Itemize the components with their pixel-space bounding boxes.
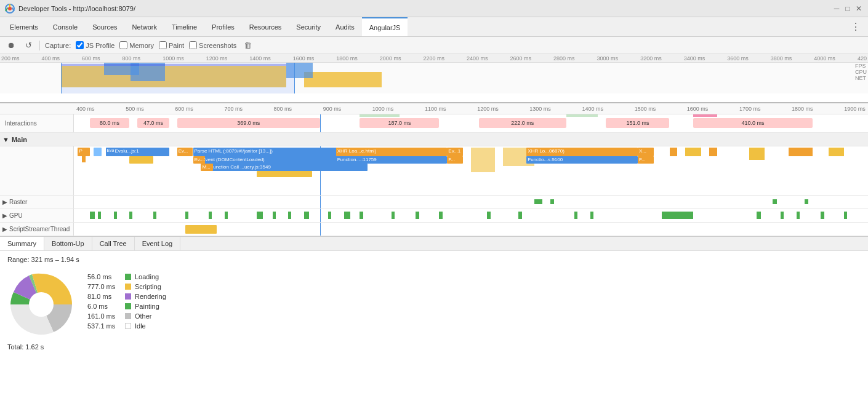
script-lane: ▶ ScriptStreamerThread	[0, 223, 868, 236]
gpu-b26	[821, 212, 824, 219]
tab-call-tree[interactable]: Call Tree	[92, 237, 135, 250]
raster-block-4	[805, 199, 808, 204]
interaction-bar-6: 151.0 ms	[606, 118, 669, 128]
ov-scripting-2	[304, 72, 382, 87]
chrome-icon	[5, 4, 15, 14]
window-controls: ─ □ ✕	[832, 4, 863, 13]
maximize-button[interactable]: □	[843, 4, 852, 13]
main-block-func: Function Call ...uery.js:3549	[209, 164, 368, 171]
minimize-button[interactable]: ─	[832, 4, 841, 13]
legend-loading: 56.0 ms Loading	[87, 273, 166, 280]
interaction-bar-4: 187.0 ms	[360, 118, 439, 128]
tab-elements[interactable]: Elements	[2, 17, 46, 36]
main-dec-3	[709, 148, 717, 156]
main-section-header: ▼ Main	[0, 133, 868, 146]
raster-marker	[320, 196, 321, 208]
interaction-overlay-1	[360, 114, 400, 117]
gpu-content	[74, 209, 868, 222]
main-block-2	[94, 148, 102, 156]
gpu-b25	[797, 212, 800, 219]
main-block-xhr2: XHR Lo...06870)	[526, 148, 638, 156]
main-dec-1	[670, 148, 678, 156]
main-block-ev2: Ev...1	[193, 156, 205, 164]
tab-resources[interactable]: Resources	[242, 17, 289, 36]
time-marker-line	[320, 114, 321, 132]
interaction-bar-3: 369.0 ms	[177, 118, 320, 128]
raster-text: Raster	[9, 199, 27, 205]
more-menu-button[interactable]: ⋮	[846, 21, 866, 33]
main-dec-2	[685, 148, 701, 156]
memory-checkbox[interactable]	[119, 41, 127, 49]
devtools-window: Developer Tools - http://localhost:8079/…	[0, 0, 868, 409]
gpu-b10	[273, 212, 276, 219]
main-block-dec-1	[82, 156, 86, 162]
other-label: Other	[135, 312, 152, 320]
total-text: Total: 1.62 s	[7, 343, 861, 351]
tab-angularjs[interactable]: AngularJS	[362, 17, 408, 36]
gpu-b14	[344, 212, 350, 219]
painting-value: 6.0 ms	[87, 303, 121, 310]
main-block-f1: F...	[447, 156, 463, 164]
tab-summary[interactable]: Summary	[0, 237, 44, 250]
clear-button[interactable]: 🗑	[241, 39, 254, 51]
tab-sources[interactable]: Sources	[85, 17, 124, 36]
tab-security[interactable]: Security	[289, 17, 328, 36]
gpu-b5	[153, 212, 156, 219]
loading-color	[125, 274, 131, 280]
screenshots-checkbox-label[interactable]: Screenshots	[189, 41, 236, 49]
raster-arrow: ▶	[2, 199, 7, 205]
tab-network[interactable]: Network	[125, 17, 164, 36]
tab-timeline[interactable]: Timeline	[164, 17, 204, 36]
main-block-xhr1: XHR Loa...e.html)	[336, 148, 448, 156]
paint-checkbox[interactable]	[159, 41, 167, 49]
close-button[interactable]: ✕	[854, 4, 863, 13]
raster-block-1	[534, 199, 542, 204]
memory-checkbox-label[interactable]: Memory	[119, 41, 154, 49]
raster-lane: ▶ Raster	[0, 196, 868, 209]
tab-bottom-up[interactable]: Bottom-Up	[44, 237, 92, 250]
overview-ruler: 200 ms 400 ms 600 ms 800 ms 1000 ms 1200…	[0, 54, 868, 63]
gpu-b7	[209, 212, 212, 219]
idle-label: Idle	[135, 322, 146, 330]
script-label: ▶ ScriptStreamerThread	[0, 223, 74, 236]
net-label: NET	[855, 75, 867, 81]
tab-event-log[interactable]: Event Log	[135, 237, 181, 250]
summary-panel: Range: 321 ms – 1.94 s	[0, 251, 868, 409]
script-block-1	[185, 225, 217, 234]
rendering-label: Rendering	[135, 293, 166, 300]
main-section-label: Main	[12, 136, 27, 143]
gpu-lane: ▶ GPU	[0, 209, 868, 223]
refresh-button[interactable]: ↺	[23, 39, 34, 51]
gpu-b24	[781, 212, 784, 219]
fps-label: FPS	[855, 63, 867, 69]
gpu-b15	[360, 212, 363, 219]
legend-rendering: 81.0 ms Rendering	[87, 293, 166, 300]
raster-block-3	[773, 199, 776, 204]
screenshots-checkbox[interactable]	[189, 41, 197, 49]
tab-audits[interactable]: Audits	[328, 17, 362, 36]
gpu-b17	[416, 212, 419, 219]
main-lane-content: P Evalu Evalu...js:1 Ev... Parse HTML (:…	[74, 146, 868, 195]
paint-checkbox-label[interactable]: Paint	[159, 41, 184, 49]
js-profile-checkbox-label[interactable]: JS Profile	[76, 41, 115, 49]
gpu-b4	[129, 212, 132, 219]
main-block-x1: X...	[638, 148, 654, 156]
tab-profiles[interactable]: Profiles	[204, 17, 242, 36]
record-button[interactable]: ⏺	[5, 39, 18, 51]
gpu-b2	[98, 212, 101, 219]
scripting-color	[125, 284, 131, 290]
menu-bar: Elements Console Sources Network Timelin…	[0, 17, 868, 37]
scripting-value: 777.0 ms	[87, 283, 121, 290]
overview-content[interactable]	[0, 63, 868, 93]
gpu-b19	[487, 212, 491, 219]
other-value: 161.0 ms	[87, 312, 121, 320]
gpu-b12	[304, 212, 309, 219]
gpu-b6	[185, 212, 188, 219]
other-color	[125, 313, 131, 319]
overview-selection[interactable]	[61, 63, 295, 93]
legend: 56.0 ms Loading 777.0 ms Scripting 81.0 …	[87, 273, 166, 330]
tab-console[interactable]: Console	[46, 17, 85, 36]
js-profile-checkbox[interactable]	[76, 41, 84, 49]
main-lane-label	[0, 146, 74, 195]
main-block-func3: Functio...s:9100	[526, 156, 638, 164]
